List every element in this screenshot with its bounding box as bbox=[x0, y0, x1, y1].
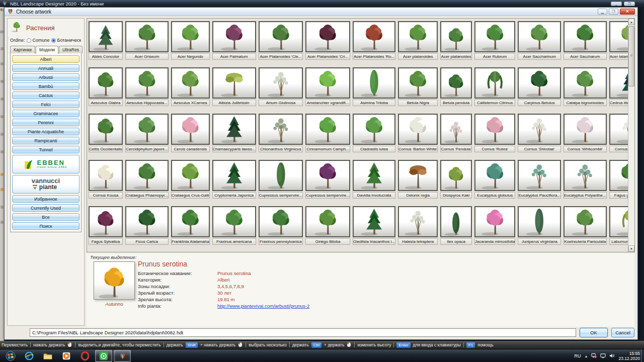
plant-thumbnail[interactable] bbox=[89, 160, 123, 191]
plant-cell[interactable]: Eucalyptus Pauciflora... bbox=[517, 158, 561, 205]
taskbar-button-media-player[interactable] bbox=[58, 350, 75, 362]
plant-cell[interactable]: Catalpa bignonioides bbox=[563, 66, 607, 112]
plant-cell[interactable]: Koelreuteria Paniculata bbox=[563, 205, 607, 251]
plant-cell[interactable]: Chamaecyparis lawso... bbox=[212, 112, 257, 158]
plant-cell[interactable]: Crataegus Phaenopyr... bbox=[125, 158, 169, 205]
plant-thumbnail[interactable] bbox=[518, 67, 561, 99]
plant-cell[interactable]: Cornus 'Rubra' bbox=[474, 112, 516, 158]
plant-cell[interactable]: Delonix regia bbox=[397, 158, 438, 205]
plant-cell[interactable]: Laburnum xWatereri bbox=[609, 205, 628, 251]
plant-cell[interactable]: Cladrastis lutea bbox=[352, 112, 396, 158]
plant-thumbnail[interactable] bbox=[398, 114, 438, 145]
plant-thumbnail[interactable] bbox=[353, 160, 395, 191]
taskbar-button-screen-recorder[interactable] bbox=[95, 350, 112, 362]
plant-thumbnail[interactable] bbox=[259, 160, 303, 191]
plant-cell[interactable]: Acer Saccharum bbox=[563, 20, 607, 66]
plant-thumbnail[interactable] bbox=[353, 206, 395, 237]
plant-cell[interactable]: Carpinus Betulus bbox=[517, 66, 561, 112]
plant-thumbnail[interactable] bbox=[440, 67, 471, 99]
ebben-logo-button[interactable]: EBBENtrees since 1862 bbox=[12, 155, 79, 173]
plant-thumbnail[interactable] bbox=[212, 21, 256, 52]
plant-cell[interactable]: Cryptomeria Japonica bbox=[212, 158, 257, 205]
plant-cell[interactable]: Cinnamomum Camph... bbox=[305, 112, 351, 158]
plant-cell[interactable]: Abies Concolor bbox=[88, 20, 123, 66]
plant-cell[interactable]: Eucalyptus Polyanthe... bbox=[563, 158, 607, 205]
plant-thumbnail[interactable] bbox=[609, 160, 628, 191]
plant-cell[interactable]: Acer platanoides bbox=[440, 20, 472, 66]
plant-thumbnail[interactable] bbox=[518, 160, 561, 191]
plant-thumbnail[interactable] bbox=[171, 21, 210, 52]
radio-botanico[interactable] bbox=[51, 38, 56, 43]
plant-cell[interactable]: Cornus 'Yoshino' bbox=[609, 112, 628, 158]
panel-button-все[interactable]: Все bbox=[12, 213, 79, 221]
plant-thumbnail[interactable] bbox=[305, 206, 350, 237]
scrollbar-thumb[interactable] bbox=[628, 26, 634, 86]
panel-button-currently-used[interactable]: Currently Used bbox=[12, 204, 79, 212]
plant-thumbnail[interactable] bbox=[171, 160, 210, 191]
display-icon[interactable] bbox=[600, 351, 606, 360]
plant-cell[interactable]: Chionanthus Virginicus bbox=[258, 112, 304, 158]
plant-cell[interactable]: Eucalyptus globulus bbox=[474, 158, 516, 205]
tab-0[interactable]: Картинки bbox=[10, 46, 35, 53]
plant-cell[interactable]: Callistemon Citrinus bbox=[474, 66, 516, 112]
radio-label[interactable]: Ботаническ bbox=[57, 38, 82, 43]
plant-thumbnail[interactable] bbox=[305, 21, 350, 52]
plant-thumbnail[interactable] bbox=[398, 160, 438, 191]
plant-thumbnail[interactable] bbox=[398, 21, 438, 52]
radio-comune[interactable] bbox=[27, 38, 31, 43]
plant-thumbnail[interactable] bbox=[259, 67, 303, 99]
plant-cell[interactable]: Acer Griseum bbox=[125, 20, 169, 66]
dialog-minimize-button[interactable]: ▁ bbox=[598, 9, 607, 15]
plant-cell[interactable]: Cercidiphyllum japoni... bbox=[125, 112, 169, 158]
plant-cell[interactable]: Cornus 'Pendula' bbox=[440, 112, 472, 158]
tab-2[interactable]: UltraRes bbox=[59, 46, 83, 53]
category-button-perenni[interactable]: Perenni bbox=[12, 119, 79, 126]
category-button-rampicanti[interactable]: Rampicanti bbox=[12, 137, 79, 144]
plant-thumbnail[interactable] bbox=[353, 67, 395, 99]
plant-cell[interactable]: Albizia Julibrissin bbox=[212, 66, 257, 112]
plant-cell[interactable]: Fagus grandifolia bbox=[609, 158, 628, 205]
plant-cell[interactable]: Cornus Kousa bbox=[88, 158, 123, 205]
plant-thumbnail[interactable] bbox=[474, 21, 516, 52]
taskbar-button-windows-explorer[interactable] bbox=[39, 350, 56, 362]
info-pianta-link[interactable]: http://www.piantevivai.com/arbusti/prunu… bbox=[217, 303, 309, 309]
category-button-bambù[interactable]: Bambù bbox=[12, 82, 79, 90]
volume-icon[interactable] bbox=[609, 351, 615, 360]
category-button-arbusti[interactable]: Arbusti bbox=[12, 73, 79, 81]
taskbar-clock[interactable]: 15:55 23.12.2020 bbox=[618, 351, 640, 361]
plant-cell[interactable]: Diospyros Kaki bbox=[440, 158, 472, 205]
plant-thumbnail[interactable] bbox=[398, 206, 438, 237]
plant-cell[interactable]: Cornus 'Whitcombii' bbox=[563, 112, 607, 158]
plant-thumbnail[interactable] bbox=[171, 114, 210, 145]
plant-thumbnail[interactable] bbox=[474, 114, 516, 145]
plant-cell[interactable]: Crataegus Crus-Galli bbox=[171, 158, 210, 205]
plant-cell[interactable]: Cornus 'Barton White' bbox=[397, 112, 438, 158]
radio-label[interactable]: Comune bbox=[33, 38, 50, 43]
panel-button-избранное[interactable]: Избранное bbox=[12, 195, 79, 203]
plant-thumbnail[interactable] bbox=[609, 114, 628, 145]
plant-cell[interactable]: Ficus Carica bbox=[125, 205, 169, 251]
plant-cell[interactable]: Betula pendula bbox=[440, 66, 472, 112]
plant-thumbnail[interactable] bbox=[89, 206, 123, 237]
plant-thumbnail[interactable] bbox=[564, 21, 607, 52]
plant-cell[interactable]: Acer Negundo bbox=[171, 20, 210, 66]
plant-thumbnail[interactable] bbox=[259, 206, 303, 237]
ok-button[interactable]: OK bbox=[580, 328, 608, 337]
taskbar-button-internet-explorer[interactable]: e bbox=[21, 350, 38, 362]
window-restore-button[interactable]: ❐ bbox=[624, 2, 635, 6]
plant-thumbnail[interactable] bbox=[609, 67, 628, 99]
plant-cell[interactable]: Aesculus Glabra bbox=[88, 66, 123, 112]
plant-cell[interactable]: Amelanchier xgrandifl... bbox=[305, 66, 351, 112]
plant-thumbnail[interactable] bbox=[353, 114, 395, 145]
plant-cell[interactable]: Acer Rubrum bbox=[474, 20, 516, 66]
plant-thumbnail[interactable] bbox=[171, 206, 210, 237]
plant-cell[interactable]: Acer Palmatum bbox=[212, 20, 257, 66]
plant-thumbnail[interactable] bbox=[609, 206, 628, 237]
plant-thumbnail[interactable] bbox=[212, 160, 256, 191]
plant-thumbnail[interactable] bbox=[474, 67, 516, 99]
plant-thumbnail[interactable] bbox=[564, 206, 607, 237]
plant-cell[interactable]: Acer Platanoides 'Ro... bbox=[352, 20, 396, 66]
plant-thumbnail[interactable] bbox=[353, 21, 395, 52]
plant-thumbnail[interactable] bbox=[125, 114, 169, 145]
vannucci-logo-button[interactable]: vannuccipiante bbox=[12, 175, 79, 194]
